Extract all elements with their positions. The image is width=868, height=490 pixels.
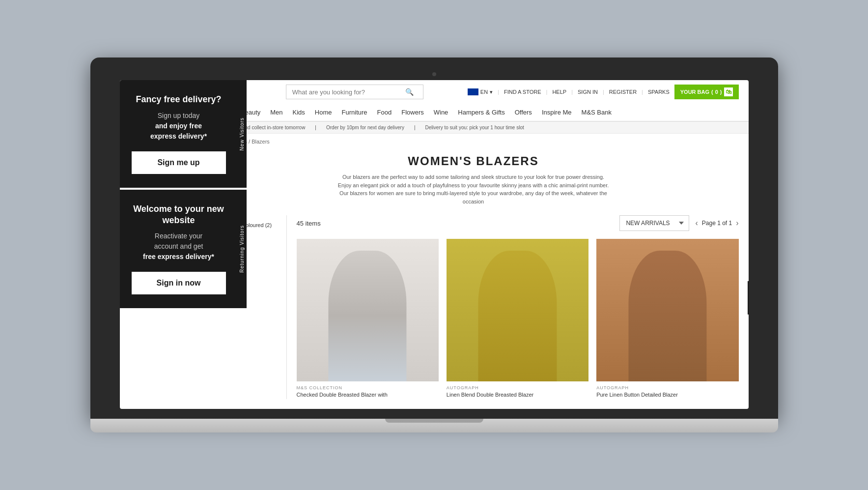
page-content: Coats & Jackets / Blazers WOMEN'S BLAZER… (198, 134, 749, 408)
new-visitors-panel: Fancy free delivery? Sign up today and e… (120, 80, 238, 187)
nav-hampers[interactable]: Hampers & Gifts (458, 109, 504, 116)
language-selector[interactable]: EN ▾ (468, 88, 493, 95)
screen-bezel: Fancy free delivery? Sign up today and e… (90, 58, 778, 418)
nav-inspire[interactable]: Inspire Me (542, 109, 572, 116)
sort-dropdown[interactable]: NEW ARRIVALS Price: Low to High Price: H… (619, 215, 689, 231)
help-link[interactable]: HELP (552, 89, 566, 95)
product-name-3: Pure Linen Button Detailed Blazer (596, 391, 738, 399)
product-grid: M&S COLLECTION Checked Double Breasted B… (297, 239, 739, 399)
sign-in-link[interactable]: SIGN IN (578, 89, 598, 95)
product-name-1: Checked Double Breasted Blazer with (297, 391, 439, 399)
returning-visitors-headline: Welcome to your new website (132, 203, 226, 227)
sign-me-up-button[interactable]: Sign me up (132, 151, 226, 174)
search-input[interactable] (292, 88, 405, 96)
page-title: WOMEN'S BLAZERS (208, 154, 739, 168)
nav-offers[interactable]: Offers (515, 109, 532, 116)
main-product-area: 45 items NEW ARRIVALS Price: Low to High… (287, 215, 739, 399)
page-indicator: Page 1 of 1 (702, 220, 732, 227)
product-figure-3 (596, 239, 738, 381)
website: M&S 🔍 EN ▾ | (198, 80, 749, 408)
product-figure-1 (297, 239, 439, 381)
product-brand-3: AUTOGRAPH (596, 385, 738, 390)
nav-home[interactable]: Home (315, 109, 332, 116)
search-bar: 🔍 (286, 85, 423, 99)
product-card[interactable]: AUTOGRAPH Pure Linen Button Detailed Bla… (596, 239, 738, 399)
items-count: 45 items (297, 220, 321, 227)
nav-flowers[interactable]: Flowers (401, 109, 424, 116)
nav-bank[interactable]: M&S Bank (582, 109, 612, 116)
nav-kids[interactable]: Kids (293, 109, 305, 116)
new-visitors-bold-1: and enjoy free (155, 122, 202, 130)
returning-visitors-panel: Welcome to your new website Reactivate y… (120, 190, 238, 309)
product-toolbar: 45 items NEW ARRIVALS Price: Low to High… (297, 215, 739, 231)
sort-controls: NEW ARRIVALS Price: Low to High Price: H… (619, 215, 738, 231)
product-brand-2: AUTOGRAPH (447, 385, 588, 390)
new-visitors-subtext: Sign up today and enjoy free express del… (132, 111, 226, 142)
new-visitors-headline: Fancy free delivery? (132, 94, 226, 105)
bag-button[interactable]: YOUR BAG (0) 🛍 (674, 85, 739, 99)
laptop: Fancy free delivery? Sign up today and e… (90, 58, 778, 432)
content-area: Multi-coloured (2) 45 items NEW ARRIVAL (208, 215, 739, 399)
new-visitors-bold-2: express delivery* (150, 132, 207, 140)
divider-5: | (642, 89, 643, 95)
divider-3: | (571, 89, 573, 95)
divider-4: | (603, 89, 604, 95)
returning-visitors-subtext: Reactivate your account and get free exp… (132, 231, 226, 262)
delivery-bar: Order by 10pm and collect in-store tomor… (198, 121, 749, 134)
divider-1: | (498, 89, 499, 95)
breadcrumb[interactable]: Coats & Jackets / Blazers (208, 134, 739, 149)
browser-content: Fancy free delivery? Sign up today and e… (120, 80, 749, 408)
product-image-3 (596, 239, 738, 381)
product-image-1 (297, 239, 439, 381)
sparks-link[interactable]: SPARKS (648, 89, 670, 95)
main-nav: Lingerie Beauty Men Kids Home Furniture … (208, 104, 739, 121)
product-card[interactable]: AUTOGRAPH Linen Blend Double Breasted Bl… (447, 239, 588, 399)
laptop-base (90, 419, 778, 432)
returning-visitors-section: Welcome to your new website Reactivate y… (120, 190, 247, 309)
returning-visitors-tab[interactable]: Returning Visitors (238, 190, 247, 309)
figure-1 (329, 251, 407, 382)
delivery-item-2: Order by 10pm for next day delivery (326, 125, 404, 130)
nav-men[interactable]: Men (270, 109, 282, 116)
returning-visitors-bold: free express delivery* (143, 253, 214, 260)
page-description: Our blazers are the perfect way to add s… (336, 173, 611, 205)
divider-2: | (546, 89, 548, 95)
new-visitors-tab[interactable]: New Visitors (238, 80, 247, 187)
product-name-2: Linen Blend Double Breasted Blazer (447, 391, 588, 399)
nav-wine[interactable]: Wine (434, 109, 448, 116)
pagination: ‹ Page 1 of 1 › (695, 219, 738, 228)
figure-3 (628, 251, 706, 382)
product-figure-2 (447, 239, 588, 381)
new-visitors-section: Fancy free delivery? Sign up today and e… (120, 80, 247, 187)
bag-icon: 🛍 (724, 87, 733, 96)
product-card[interactable]: M&S COLLECTION Checked Double Breasted B… (297, 239, 439, 399)
nav-food[interactable]: Food (377, 109, 392, 116)
feedback-tab[interactable]: Feedback (748, 281, 749, 315)
find-store-link[interactable]: FIND A STORE (504, 89, 541, 95)
next-page-button[interactable]: › (736, 219, 738, 228)
header-top: M&S 🔍 EN ▾ | (208, 80, 739, 104)
delivery-item-3: Delivery to suit you: pick your 1 hour t… (425, 125, 524, 130)
search-icon[interactable]: 🔍 (405, 88, 414, 96)
site-header: M&S 🔍 EN ▾ | (198, 80, 749, 121)
camera (432, 72, 436, 76)
laptop-screen: Fancy free delivery? Sign up today and e… (120, 80, 749, 408)
product-image-2 (447, 239, 588, 381)
product-brand-1: M&S COLLECTION (297, 385, 439, 390)
header-nav-right: EN ▾ | FIND A STORE | HELP | SIGN IN | (468, 85, 739, 99)
panels-container: Fancy free delivery? Sign up today and e… (120, 80, 247, 308)
flag-icon (468, 88, 478, 95)
sign-in-now-button[interactable]: Sign in now (132, 272, 226, 294)
prev-page-button[interactable]: ‹ (695, 219, 698, 228)
figure-2 (478, 251, 557, 382)
nav-furniture[interactable]: Furniture (342, 109, 367, 116)
register-link[interactable]: REGISTER (609, 89, 637, 95)
